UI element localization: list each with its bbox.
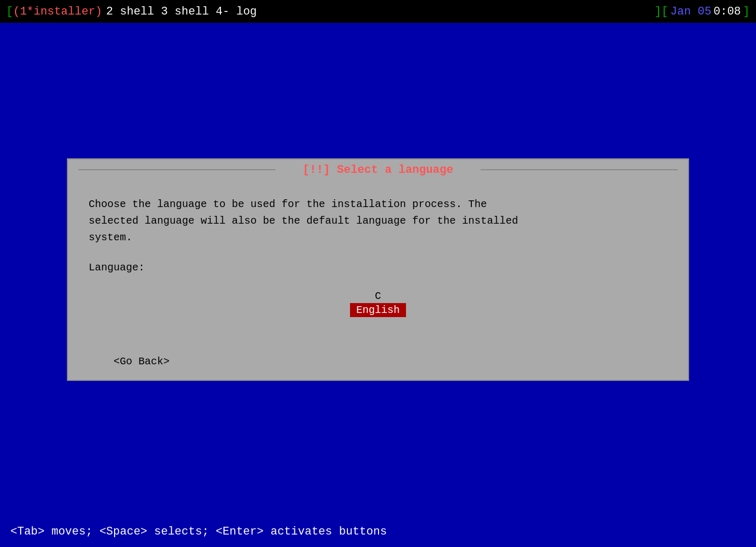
language-label: Language: [89,262,667,274]
right-close-bracket: ] [654,5,661,18]
shells-tabs[interactable]: 2 shell 3 shell 4- log [106,5,257,18]
top-bar-left: [ (1*installer) 2 shell 3 shell 4- log [6,5,257,18]
open-bracket-icon: [ [6,5,13,18]
go-back-button[interactable]: <Go Back> [109,353,174,370]
bottom-hint-text: <Tab> moves; <Space> selects; <Enter> ac… [10,525,387,538]
language-list: C English [89,289,667,317]
time-close-bracket: ] [743,5,750,18]
date-display: Jan 05 [670,5,711,18]
main-area: [!!] Select a language Choose the langua… [0,23,756,516]
dialog-titlebar: [!!] Select a language [68,159,688,181]
top-bar: [ (1*installer) 2 shell 3 shell 4- log ]… [0,0,756,23]
dialog-wrapper: [!!] Select a language Choose the langua… [67,158,689,381]
language-item-c[interactable]: C [369,289,387,303]
top-bar-right: ] [ Jan 05 0:08 ] [654,5,750,18]
description-line2: selected language will also be the defau… [89,213,667,229]
dialog-description: Choose the language to be used for the i… [89,196,667,246]
dialog-title: [!!] Select a language [303,163,453,176]
dialog: [!!] Select a language Choose the langua… [67,158,689,381]
dialog-content: Choose the language to be used for the i… [68,181,688,353]
bottom-bar: <Tab> moves; <Space> selects; <Enter> ac… [0,516,756,547]
installer-tab[interactable]: (1*installer) [13,5,102,18]
dialog-actions: <Go Back> [68,353,688,380]
language-item-english[interactable]: English [350,303,406,317]
right-open-bracket: [ [662,5,668,18]
description-line1: Choose the language to be used for the i… [89,196,667,213]
description-line3: system. [89,229,667,246]
time-display: 0:08 [713,5,741,18]
